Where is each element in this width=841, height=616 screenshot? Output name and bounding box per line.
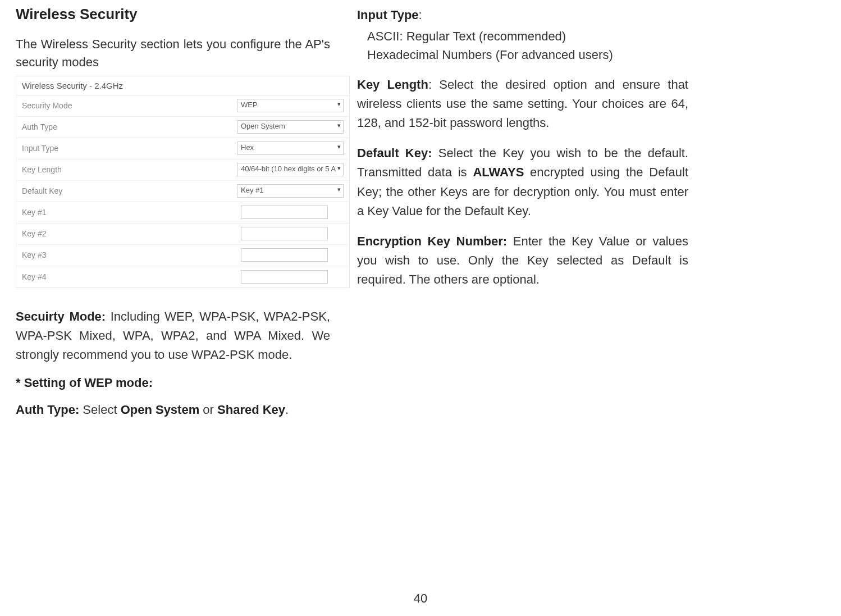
- select-input-type[interactable]: Hex: [237, 142, 344, 155]
- select-default-key[interactable]: Key #1: [237, 184, 344, 198]
- auth-type-label: Auth Type:: [16, 403, 79, 417]
- page-number: 40: [0, 591, 841, 606]
- input-key-2[interactable]: [241, 227, 328, 240]
- default-key-bold: ALWAYS: [473, 165, 524, 179]
- intro-text: The Wireless Security section lets you c…: [16, 35, 330, 71]
- encryption-key-label: Encryption Key Number:: [357, 234, 507, 248]
- row-key-1: Key #1: [16, 202, 349, 223]
- label-key-length: Key Length: [22, 165, 237, 174]
- encryption-key-paragraph: Encryption Key Number: Enter the Key Val…: [357, 232, 688, 289]
- label-key-4: Key #4: [22, 272, 241, 281]
- input-key-4[interactable]: [241, 270, 328, 284]
- row-default-key: Default Key Key #1: [16, 181, 349, 202]
- input-key-1[interactable]: [241, 206, 328, 219]
- row-key-length: Key Length 40/64-bit (10 hex digits or 5…: [16, 159, 349, 181]
- select-auth-type[interactable]: Open System: [237, 120, 344, 134]
- row-input-type: Input Type Hex: [16, 138, 349, 159]
- label-key-1: Key #1: [22, 208, 241, 217]
- row-key-2: Key #2: [16, 223, 349, 245]
- row-security-mode: Security Mode WEP: [16, 95, 349, 117]
- input-type-item-1: ASCII: Regular Text (recommended): [367, 27, 688, 45]
- auth-type-opt2: Shared Key: [217, 403, 285, 417]
- auth-type-mid: Select: [79, 403, 120, 417]
- auth-type-opt1: Open System: [121, 403, 200, 417]
- select-key-length[interactable]: 40/64-bit (10 hex digits or 5 A: [237, 163, 344, 176]
- row-key-3: Key #3: [16, 245, 349, 266]
- default-key-label: Default Key:: [357, 146, 432, 160]
- auth-type-mid2: or: [199, 403, 217, 417]
- key-length-paragraph: Key Length: Select the desired option an…: [357, 75, 688, 133]
- label-security-mode: Security Mode: [22, 101, 237, 110]
- panel-title: Wireless Security - 2.4GHz: [16, 76, 349, 95]
- wireless-security-panel: Wireless Security - 2.4GHz Security Mode…: [16, 76, 350, 288]
- input-type-list: ASCII: Regular Text (recommended) Hexade…: [367, 27, 688, 64]
- label-key-2: Key #2: [22, 229, 241, 238]
- key-length-label: Key Length: [357, 77, 428, 92]
- input-type-colon: :: [419, 8, 422, 22]
- input-type-label: Input Type: [357, 8, 419, 22]
- security-mode-paragraph: Secuirty Mode: Including WEP, WPA-PSK, W…: [16, 307, 330, 364]
- security-mode-label: Secuirty Mode:: [16, 309, 106, 323]
- label-key-3: Key #3: [22, 250, 241, 259]
- auth-type-paragraph: Auth Type: Select Open System or Shared …: [16, 400, 330, 419]
- label-auth-type: Auth Type: [22, 122, 237, 131]
- page-title: Wireless Security: [16, 6, 330, 23]
- left-column: Wireless Security The Wireless Security …: [16, 6, 330, 431]
- auth-type-end: .: [285, 403, 289, 417]
- row-key-4: Key #4: [16, 266, 349, 288]
- right-column: Input Type: ASCII: Regular Text (recomme…: [357, 6, 688, 431]
- label-input-type: Input Type: [22, 144, 237, 153]
- input-type-heading: Input Type:: [357, 6, 688, 25]
- select-security-mode[interactable]: WEP: [237, 99, 344, 112]
- label-default-key: Default Key: [22, 186, 237, 195]
- default-key-paragraph: Default Key: Select the Key you wish to …: [357, 144, 688, 220]
- row-auth-type: Auth Type Open System: [16, 117, 349, 138]
- input-key-3[interactable]: [241, 248, 328, 262]
- wep-mode-heading: * Setting of WEP mode:: [16, 376, 330, 390]
- input-type-item-2: Hexadecimal Numbers (For advanced users): [367, 45, 688, 64]
